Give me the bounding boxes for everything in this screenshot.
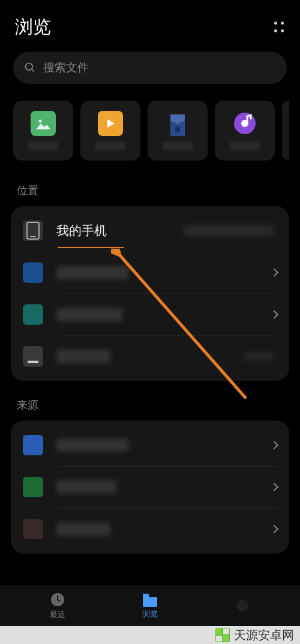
row-label-blurred <box>56 266 128 279</box>
category-archives[interactable] <box>148 101 208 161</box>
category-audio[interactable] <box>215 101 275 161</box>
storage-meta <box>244 353 274 360</box>
category-videos[interactable] <box>80 101 140 161</box>
source-item[interactable] <box>11 508 289 550</box>
category-label <box>163 142 193 150</box>
category-label <box>230 142 260 150</box>
section-source-label: 来源 <box>0 381 300 421</box>
app-icon <box>23 435 43 455</box>
row-label-blurred <box>56 308 122 321</box>
location-my-phone[interactable]: 我的手机 <box>11 210 289 252</box>
row-label-blurred <box>56 522 110 536</box>
source-item[interactable] <box>11 424 289 466</box>
search-input[interactable]: 搜索文件 <box>13 52 287 84</box>
row-label-blurred <box>56 480 116 494</box>
more-options-button[interactable] <box>273 20 285 35</box>
image-icon <box>31 111 56 136</box>
audio-icon <box>232 111 257 136</box>
clock-icon <box>50 592 65 607</box>
row-label-blurred <box>56 439 128 452</box>
sd-icon <box>23 262 43 283</box>
location-item[interactable] <box>11 252 289 294</box>
svg-point-8 <box>236 600 248 612</box>
chevron-right-icon <box>270 483 278 491</box>
category-images[interactable] <box>13 101 73 161</box>
category-more[interactable] <box>282 101 289 161</box>
nav-label: 最近 <box>50 609 65 620</box>
chevron-right-icon <box>270 525 278 533</box>
nav-browse[interactable]: 浏览 <box>142 592 158 619</box>
annotation-underline <box>58 247 124 248</box>
svg-line-1 <box>32 69 34 72</box>
chevron-right-icon <box>270 268 278 277</box>
watermark: 天源安卓网 <box>0 626 300 644</box>
archive-icon <box>165 111 190 136</box>
nav-recent[interactable]: 最近 <box>50 592 65 620</box>
folder-icon <box>142 592 158 607</box>
nav-label: 浏览 <box>142 609 158 619</box>
svg-point-0 <box>26 64 33 71</box>
nav-third[interactable] <box>235 598 250 613</box>
trash-icon <box>23 346 43 367</box>
watermark-text: 天源安卓网 <box>234 627 294 643</box>
row-label-blurred <box>56 350 110 363</box>
video-icon <box>98 111 123 136</box>
source-item[interactable] <box>11 466 289 508</box>
app-icon <box>23 477 43 497</box>
app-icon <box>23 519 43 539</box>
bottom-nav: 最近 浏览 <box>0 585 300 626</box>
svg-rect-3 <box>175 126 180 132</box>
row-label: 我的手机 <box>56 222 184 239</box>
category-row <box>0 84 300 167</box>
svg-point-2 <box>39 120 42 123</box>
storage-meta <box>184 225 274 236</box>
category-label <box>95 142 125 150</box>
location-item[interactable] <box>11 294 289 335</box>
sources-card <box>11 421 289 554</box>
section-location-label: 位置 <box>0 167 300 206</box>
locations-card: 我的手机 <box>11 206 289 381</box>
phone-icon <box>23 220 43 241</box>
chevron-right-icon <box>270 310 278 319</box>
unknown-icon <box>235 598 250 613</box>
page-title: 浏览 <box>15 15 51 40</box>
search-icon <box>24 62 36 74</box>
watermark-logo <box>216 628 229 642</box>
vault-icon <box>23 304 43 325</box>
chevron-right-icon <box>270 441 278 449</box>
category-label <box>28 142 58 150</box>
location-item[interactable] <box>11 335 289 377</box>
search-placeholder: 搜索文件 <box>43 60 89 75</box>
